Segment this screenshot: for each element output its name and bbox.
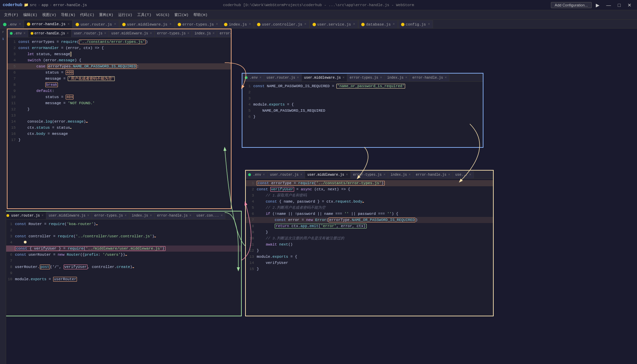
pbr-tab-user-middleware[interactable]: user.middleware.js× [305, 171, 351, 178]
breadcrumb-app: app [42, 3, 48, 7]
pbr-tab-index[interactable]: index.js× [388, 171, 413, 178]
ptr-tab-error-handle[interactable]: error-handle.js× [410, 74, 449, 81]
code-line-3: 3 let status, message [7, 51, 231, 57]
minimize-button[interactable]: — [604, 2, 614, 8]
tab-close-2[interactable]: × [114, 22, 116, 26]
menu-code[interactable]: 代码(C) [79, 12, 96, 18]
tab-error-handle[interactable]: error-handle.js × [24, 20, 73, 28]
ptr-tab-error-types[interactable]: error-types.js× [347, 74, 385, 81]
panel-bottom-left-tabs: user.router.js× user.middleware.js× erro… [4, 211, 241, 220]
tab-index[interactable]: index.js × [221, 20, 254, 28]
menu-help[interactable]: 帮助(H) [192, 12, 209, 18]
tab-user-middleware[interactable]: user.middleware.js × [119, 20, 175, 28]
um-line-11: 11 await next() [246, 241, 493, 248]
pbl-tab-index[interactable]: index.js× [129, 212, 155, 219]
ptr-tab-index[interactable]: index.js× [385, 74, 410, 81]
panel-tab-user-router[interactable]: user.router.js× [71, 30, 109, 37]
um-line-7: 7 const error = new Error(errorType.NAME… [246, 217, 493, 223]
main-tab-bar: .env × error-handle.js × user.router.js … [0, 20, 637, 29]
tab-user-controller-label: user.controller.js [262, 22, 302, 27]
code-line-16: 16 ctx.body = message [7, 131, 231, 137]
pbr-tab-error-types[interactable]: error-types.js× [351, 171, 388, 178]
menu-nav[interactable]: 导航(N) [60, 12, 77, 18]
tab-index-label: index.js [229, 22, 247, 27]
js-icon [31, 32, 33, 35]
panel-tab-error-types[interactable]: error-types.js× [155, 30, 192, 37]
menu-file[interactable]: 文件(F) [3, 12, 20, 18]
tab-close-6[interactable]: × [304, 22, 306, 26]
code-line-14: 14 console.log(error.message) [7, 118, 231, 125]
et-line-2: 2 [242, 89, 483, 95]
tab-user-router[interactable]: user.router.js × [73, 20, 119, 28]
tab-database[interactable]: database.js × [358, 20, 398, 28]
ptr-tab-user-middleware[interactable]: user.middleware.js× [302, 74, 347, 81]
um-line-9: 9 } [246, 229, 493, 235]
tab-close-3[interactable]: × [170, 22, 172, 26]
tab-error-types-label: error-types.js [182, 22, 214, 27]
menu-window[interactable]: 窗口(W) [173, 12, 190, 18]
tab-close-5[interactable]: × [249, 22, 251, 26]
pbl-tab-user-con[interactable]: user.con...× [194, 212, 225, 219]
tab-close-8[interactable]: × [393, 22, 395, 26]
sidebar-icon-1[interactable]: 1 [0, 36, 6, 42]
ur-line-8: 8 userRouter.post('/', verifyUser, contr… [4, 264, 241, 270]
pbl-tab-user-router[interactable]: user.router.js× [4, 212, 46, 219]
error-types-code: 1 const NAME_OR_PASSWORD_IS_REQUIRED = '… [242, 82, 483, 121]
user-router-code: 1 const Router = require('koa-router') 2… [4, 220, 241, 284]
ptr-tab-env[interactable]: .env× [242, 74, 264, 81]
menu-refactor[interactable]: 重构(R) [98, 12, 115, 18]
ptr-tab-user-router[interactable]: user.router.js× [264, 74, 302, 81]
breadcrumb-src: 📁 [24, 3, 29, 7]
tab-env[interactable]: .env × [0, 20, 24, 28]
tab-user-controller[interactable]: user.controller.js × [254, 20, 309, 28]
pbr-tab-use[interactable]: use...× [453, 171, 474, 178]
js-icon-4 [178, 23, 181, 26]
close-button[interactable]: ✕ [625, 2, 634, 8]
add-configuration-button[interactable]: Add Configuration... [551, 2, 591, 8]
pbl-tab-error-handle[interactable]: error-handle.js× [155, 212, 194, 219]
et-line-4: 4 module.exports = { [242, 101, 483, 108]
et-line-1: 1 const NAME_OR_PASSWORD_IS_REQUIRED = '… [242, 83, 483, 89]
breadcrumb-src-label: src [30, 3, 37, 7]
sidebar-project-icon[interactable]: P [0, 29, 6, 35]
maximize-button[interactable]: □ [615, 2, 623, 8]
js-icon-5 [224, 23, 227, 26]
env-icon [3, 23, 6, 26]
run-button[interactable]: ▶ [593, 2, 602, 8]
tab-env-close[interactable]: × [19, 22, 21, 26]
um-line-14: 14 verifyUser [246, 260, 493, 266]
tab-user-service[interactable]: user.service.js × [309, 20, 358, 28]
panel-tab-user-middleware[interactable]: user.middleware.js× [109, 30, 155, 37]
et-line-5: 5 NAME_OR_PASSWORD_IS_REQUIRED [242, 108, 483, 114]
user-middleware-code: 1 const errorType = require('../constant… [246, 179, 493, 273]
menu-edit[interactable]: 编辑(E) [22, 12, 39, 18]
panel-tab-env[interactable]: .env× [7, 30, 28, 37]
menu-view[interactable]: 视图(V) [41, 12, 58, 18]
menu-vcs[interactable]: VCS(S) [155, 12, 171, 18]
panel-tab-index[interactable]: index.js× [192, 30, 217, 37]
ur-line-2: 2 [4, 227, 241, 233]
menu-tools[interactable]: 工具(T) [136, 12, 153, 18]
ur-line-7: 7 [4, 258, 241, 264]
code-line-2: 2 const errorHandler = (error, ctx) => { [7, 45, 231, 51]
um-line-6: 6 if (!name || !password || name === '' … [246, 211, 493, 217]
tab-close-9[interactable]: × [428, 22, 430, 26]
tab-close-7[interactable]: × [353, 22, 355, 26]
tab-user-router-label: user.router.js [80, 22, 112, 27]
tab-error-handle-close[interactable]: × [67, 22, 69, 26]
js-icon-9 [401, 23, 404, 26]
pbl-tab-user-middleware[interactable]: user.middleware.js× [46, 212, 92, 219]
panel-tab-error-handle[interactable]: error-handle.js× [28, 30, 71, 37]
tab-close-4[interactable]: × [216, 22, 218, 26]
panel-tab-error-handle2[interactable]: error-handle.js× [217, 30, 231, 37]
pbr-tab-env[interactable]: .env× [246, 171, 268, 178]
code-line-15: 15 ctx.status = status [7, 125, 231, 131]
pbl-tab-error-types[interactable]: error-types.js× [92, 212, 129, 219]
pbr-tab-user-router[interactable]: user.router.js× [268, 171, 305, 178]
menu-run[interactable]: 运行(U) [117, 12, 134, 18]
window-title: coderhub [D:\CWork\WebStormProjects\code… [223, 3, 414, 7]
tab-config[interactable]: config.js × [398, 20, 433, 28]
code-line-7: 7 message = '用户名或者密码不能为空' [7, 76, 231, 82]
pbr-tab-error-handle[interactable]: error-handle.js× [413, 171, 453, 178]
tab-error-types[interactable]: error-types.js × [175, 20, 221, 28]
